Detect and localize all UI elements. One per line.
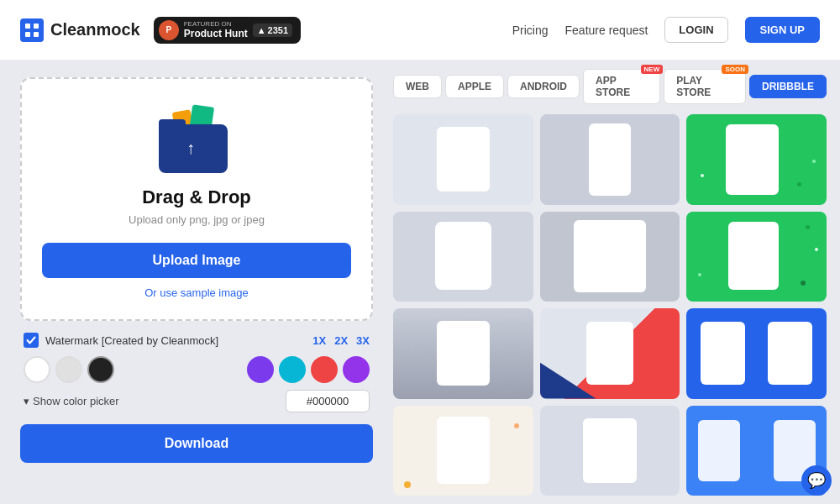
ph-score: ▲ 2351	[253, 24, 292, 37]
color-picker-row: ▾ Show color picker	[20, 390, 373, 412]
color-swatches-right	[247, 356, 370, 383]
svg-rect-2	[25, 32, 30, 37]
folder-body: ↑	[159, 124, 228, 173]
scale-1x[interactable]: 1X	[312, 334, 326, 347]
tab-web[interactable]: WEB	[393, 75, 442, 98]
ph-text: FEATURED ON Product Hunt	[184, 20, 248, 40]
tab-apple[interactable]: APPLE	[445, 75, 504, 98]
right-panel: WEB APPLE ANDROID APP STORE NEW PLAY STO…	[393, 60, 840, 504]
mockup-item-8[interactable]	[540, 308, 680, 399]
header-nav: Pricing Feature request LOGIN SIGN UP	[512, 17, 820, 43]
upload-icon: ↑	[159, 106, 234, 173]
scale-options: 1X 2X 3X	[312, 334, 370, 347]
color-swatch-white[interactable]	[24, 356, 50, 383]
chat-bubble[interactable]: 💬	[801, 465, 832, 496]
logo[interactable]: Cleanmock	[20, 18, 140, 42]
watermark-label: Watermark [Created by Cleanmock]	[45, 334, 218, 347]
mockup-item-11[interactable]	[540, 406, 680, 496]
left-panel: ↑ Drag & Drop Upload only png, jpg or jp…	[0, 60, 393, 504]
tab-android[interactable]: ANDROID	[507, 75, 580, 98]
play-store-badge: SOON	[722, 65, 748, 74]
svg-rect-0	[25, 24, 30, 29]
color-swatch-purple[interactable]	[247, 356, 274, 383]
logo-icon	[20, 18, 44, 42]
color-picker-toggle[interactable]: ▾ Show color picker	[24, 395, 119, 407]
color-picker-label: Show color picker	[33, 395, 119, 407]
product-hunt-badge[interactable]: P FEATURED ON Product Hunt ▲ 2351	[154, 17, 301, 44]
upload-card: ↑ Drag & Drop Upload only png, jpg or jp…	[20, 77, 373, 321]
tab-app-store[interactable]: APP STORE NEW	[583, 69, 660, 104]
color-swatches-left	[24, 356, 114, 383]
ph-score-value: 2351	[268, 25, 288, 35]
nav-feature-request[interactable]: Feature request	[565, 24, 648, 37]
ph-icon: P	[159, 20, 179, 40]
mockup-item-5[interactable]	[540, 212, 680, 302]
tab-play-store[interactable]: PLAY STORE SOON	[664, 69, 746, 104]
tab-dribbble[interactable]: DRIBBBLE	[749, 75, 827, 98]
mockup-item-10[interactable]	[393, 406, 533, 496]
signup-button[interactable]: SIGN UP	[745, 17, 820, 43]
ph-arrow: ▲	[257, 25, 266, 35]
mockup-item-6[interactable]	[686, 212, 827, 302]
color-row	[20, 356, 373, 383]
svg-rect-3	[34, 32, 39, 37]
color-hex-input[interactable]	[286, 390, 370, 412]
svg-rect-1	[34, 24, 39, 29]
chevron-down-icon: ▾	[24, 395, 29, 407]
sample-image-link[interactable]: Or use sample image	[144, 286, 249, 299]
color-swatch-cyan[interactable]	[279, 356, 306, 383]
chat-icon: 💬	[807, 471, 826, 490]
app-store-badge: NEW	[641, 65, 664, 74]
header-left: Cleanmock P FEATURED ON Product Hunt ▲ 2…	[20, 17, 301, 44]
color-swatch-violet[interactable]	[343, 356, 370, 383]
options-row: Watermark [Created by Cleanmock] 1X 2X 3…	[20, 333, 373, 348]
folder-arrow: ↑	[186, 139, 195, 158]
logo-text: Cleanmock	[50, 20, 140, 39]
ph-featured-text: FEATURED ON	[184, 20, 248, 29]
main-content: ↑ Drag & Drop Upload only png, jpg or jp…	[0, 60, 840, 504]
mockup-item-1[interactable]	[393, 114, 533, 205]
mockup-item-7[interactable]	[393, 308, 533, 399]
download-button[interactable]: Download	[20, 424, 373, 463]
drag-drop-title: Drag & Drop	[142, 186, 251, 208]
nav-pricing[interactable]: Pricing	[512, 24, 549, 37]
mockup-item-2[interactable]	[540, 114, 680, 205]
mockup-grid	[393, 114, 827, 496]
color-swatch-red[interactable]	[311, 356, 338, 383]
upload-image-button[interactable]: Upload Image	[42, 243, 351, 278]
color-swatch-black[interactable]	[87, 356, 114, 383]
tabs: WEB APPLE ANDROID APP STORE NEW PLAY STO…	[393, 69, 827, 104]
scale-3x[interactable]: 3X	[356, 334, 370, 347]
color-swatch-gray[interactable]	[55, 356, 82, 383]
drag-drop-subtitle: Upload only png, jpg or jpeg	[129, 213, 265, 226]
mockup-item-3[interactable]	[686, 114, 827, 205]
watermark-checkbox-row[interactable]: Watermark [Created by Cleanmock]	[24, 333, 218, 348]
mockup-item-4[interactable]	[393, 212, 533, 302]
login-button[interactable]: LOGIN	[664, 17, 727, 43]
header: Cleanmock P FEATURED ON Product Hunt ▲ 2…	[0, 0, 840, 60]
ph-name: Product Hunt	[184, 28, 248, 39]
mockup-item-9[interactable]	[686, 308, 827, 399]
scale-2x[interactable]: 2X	[334, 334, 348, 347]
watermark-checkbox[interactable]	[24, 333, 39, 348]
